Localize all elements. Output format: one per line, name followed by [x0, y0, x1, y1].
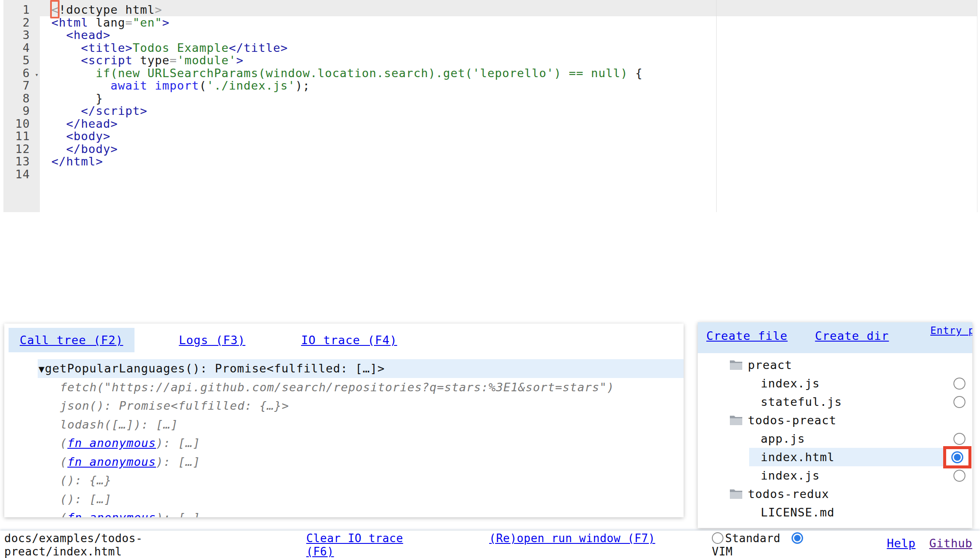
line-number: 6▾	[3, 67, 40, 80]
code-line[interactable]: 1<!doctype html>	[3, 3, 977, 16]
code-text: <head>	[40, 29, 111, 42]
help-link[interactable]: Help	[887, 537, 915, 550]
call-tree-row[interactable]: json(): Promise<fulfilled: {…}>	[4, 396, 684, 415]
tab-io-trace[interactable]: IO trace (F4)	[290, 328, 408, 352]
file-name: index.js	[761, 469, 820, 482]
code-line[interactable]: 14	[3, 168, 977, 181]
file-tree-folder[interactable]: todos-preact	[698, 411, 972, 429]
code-text: </head>	[40, 117, 118, 130]
column-ruler	[716, 0, 717, 212]
code-line[interactable]: 12 </body>	[3, 143, 977, 156]
tab-call-tree[interactable]: Call tree (F2)	[9, 328, 134, 352]
code-line[interactable]: 6▾ if(new URLSearchParams(window.locatio…	[3, 67, 977, 80]
file-tree-folder[interactable]: todos-redux	[698, 485, 972, 503]
file-tree-file[interactable]: index.js	[698, 374, 972, 393]
reopen-run-window-button[interactable]: (Re)open run window (F7)	[489, 532, 656, 545]
file-panel-header: Create fileCreate dir Entry point	[698, 322, 972, 353]
file-name: todos-preact	[748, 414, 837, 427]
call-tree: ▼getPopularLanguages(): Promise<fulfille…	[4, 359, 684, 517]
call-tree-row[interactable]: (): […]	[4, 490, 684, 509]
code-editor[interactable]: 1<!doctype html>2<html lang="en">3 <head…	[3, 0, 977, 212]
line-number: 14	[3, 168, 40, 181]
line-number: 2	[3, 16, 40, 29]
file-tree-folder[interactable]: preact	[698, 356, 972, 374]
create-dir-button[interactable]: Create dir	[815, 329, 889, 342]
panel-tabs: Call tree (F2) Logs (F3) IO trace (F4)	[9, 328, 684, 352]
code-line[interactable]: 2<html lang="en">	[3, 16, 977, 29]
code-text: </html>	[40, 155, 103, 168]
file-name: app.js	[761, 432, 805, 445]
folder-icon	[729, 412, 743, 431]
call-tree-row[interactable]: (fn anonymous): […]	[4, 434, 684, 453]
call-tree-row[interactable]: (fn anonymous): […]	[4, 453, 684, 471]
code-text: </body>	[40, 143, 118, 156]
call-tree-row[interactable]: ▼getPopularLanguages(): Promise<fulfille…	[38, 359, 684, 378]
code-text: <!doctype html>	[40, 3, 162, 16]
file-tree-file[interactable]: LICENSE.md	[698, 503, 972, 522]
line-number: 10	[3, 117, 40, 130]
call-tree-row[interactable]: (): {…}	[4, 471, 684, 490]
file-name: LICENSE.md	[761, 506, 835, 519]
entry-point-radio[interactable]	[953, 470, 965, 482]
line-number: 1	[3, 3, 40, 16]
vim-block-cursor: <	[51, 3, 59, 16]
file-tree-file[interactable]: app.js	[698, 429, 972, 448]
entry-point-radio[interactable]	[953, 378, 965, 390]
code-text: </script>	[40, 105, 147, 117]
entry-point-radio[interactable]	[953, 433, 965, 445]
entry-point-selected-box	[943, 446, 971, 468]
line-number: 5	[3, 54, 40, 67]
standard-mode-radio[interactable]	[712, 532, 723, 544]
line-number: 3	[3, 29, 40, 42]
entry-point-link[interactable]: Entry point	[930, 324, 966, 336]
file-name: index.js	[761, 377, 820, 390]
code-line[interactable]: 9 </script>	[3, 105, 977, 117]
folder-icon	[729, 486, 743, 504]
file-name: index.html	[761, 450, 835, 464]
footer-links: HelpGithub	[887, 537, 972, 550]
line-number: 8	[3, 92, 40, 105]
standard-mode-label[interactable]: Standard	[725, 532, 780, 545]
line-number: 4	[3, 42, 40, 54]
code-line[interactable]: 11 <body>	[3, 130, 977, 143]
file-tree: preactindex.jsstateful.jstodos-preactapp…	[698, 353, 972, 522]
vim-mode-label[interactable]: VIM	[712, 545, 732, 558]
editor-lines: 1<!doctype html>2<html lang="en">3 <head…	[3, 0, 977, 180]
anonymous-fn-link[interactable]: fn anonymous	[67, 511, 156, 517]
file-tree-file[interactable]: stateful.js	[698, 393, 972, 411]
github-link[interactable]: Github	[929, 537, 972, 550]
anonymous-fn-link[interactable]: fn anonymous	[67, 455, 156, 468]
line-number: 11	[3, 130, 40, 143]
code-line[interactable]: 13</html>	[3, 155, 977, 168]
code-line[interactable]: 8 }	[3, 92, 977, 105]
file-tree-file[interactable]: index.js	[698, 466, 972, 485]
collapse-caret[interactable]: ▼	[39, 363, 45, 375]
vim-mode-radio[interactable]	[792, 532, 803, 544]
status-bar: docs/examples/todos-preact/index.html Cl…	[0, 531, 980, 558]
entry-point-radio[interactable]	[951, 451, 963, 463]
call-tree-row[interactable]: (fn anonymous): […]	[4, 508, 684, 517]
code-line[interactable]: 3 <head>	[3, 29, 977, 42]
anonymous-fn-link[interactable]: fn anonymous	[67, 436, 156, 450]
code-line[interactable]: 5 <script type='module'>	[3, 54, 977, 67]
code-text: <title>Todos Example</title>	[40, 42, 288, 54]
file-name: todos-redux	[748, 487, 829, 501]
entry-point-radio[interactable]	[953, 396, 965, 408]
keyboard-mode-group: Standard VIM	[712, 532, 814, 558]
code-text: }	[40, 92, 103, 105]
current-file-path: docs/examples/todos-preact/index.html	[4, 532, 146, 558]
code-text: <body>	[40, 130, 111, 143]
tab-logs[interactable]: Logs (F3)	[168, 328, 257, 352]
code-text: await import('./index.js');	[40, 79, 310, 92]
call-tree-row[interactable]: fetch("https://api.github.com/search/rep…	[4, 378, 684, 397]
code-line[interactable]: 10 </head>	[3, 117, 977, 130]
line-number: 13	[3, 155, 40, 168]
create-file-button[interactable]: Create file	[706, 329, 788, 342]
file-name: preact	[748, 358, 792, 372]
code-text: <script type='module'>	[40, 54, 244, 67]
clear-io-trace-button[interactable]: Clear IO trace (F6)	[306, 532, 426, 558]
call-tree-row[interactable]: lodash([…]): […]	[4, 415, 684, 434]
file-tree-file[interactable]: index.html	[698, 448, 972, 466]
code-line[interactable]: 4 <title>Todos Example</title>	[3, 42, 977, 54]
code-line[interactable]: 7 await import('./index.js');	[3, 79, 977, 92]
